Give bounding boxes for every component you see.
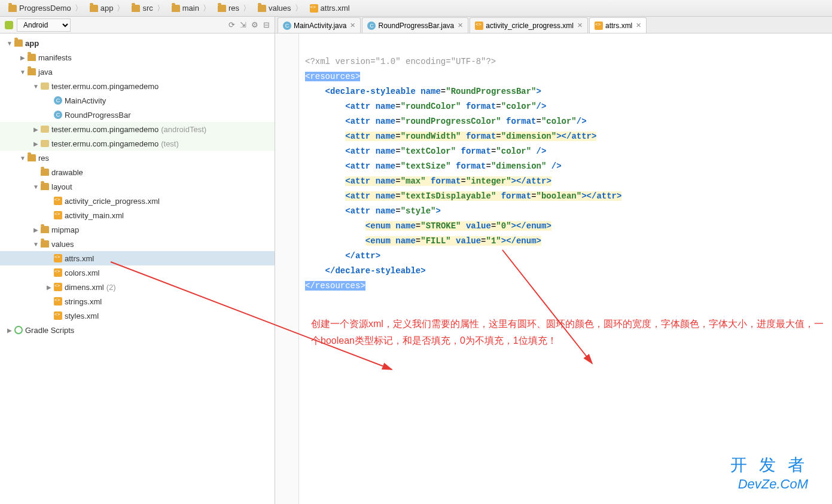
tree-label: dimens.xml <box>65 283 104 292</box>
close-icon[interactable]: ✕ <box>577 22 583 29</box>
tree-item[interactable]: ▼tester.ermu.com.pingamedemo <box>0 79 275 93</box>
close-icon[interactable]: ✕ <box>458 22 463 29</box>
tree-label: tester.ermu.com.pingamedemo <box>51 139 159 148</box>
folder-icon <box>28 68 36 75</box>
tree-label: java <box>38 68 53 77</box>
tree-item[interactable]: activity_cricle_progress.xml <box>0 194 275 208</box>
breadcrumb-label: values <box>269 4 291 13</box>
sync-icon[interactable]: ⟳ <box>228 20 235 29</box>
expander-icon[interactable]: ▼ <box>31 241 41 248</box>
editor-tab[interactable]: CMainActivity.java✕ <box>278 17 361 33</box>
resources-close: </resources> <box>305 281 365 291</box>
folder-icon <box>258 5 266 12</box>
folder-icon <box>90 5 98 12</box>
editor-tab[interactable]: CRoundProgressBar.java✕ <box>362 17 468 33</box>
expander-icon[interactable]: ▶ <box>31 140 41 147</box>
collapse-icon[interactable]: ⇲ <box>240 20 246 29</box>
folder-icon <box>28 54 36 61</box>
breadcrumb-item[interactable]: res <box>214 3 254 14</box>
folder-icon <box>14 39 23 47</box>
expander-icon[interactable]: ▶ <box>31 126 41 133</box>
tree-item[interactable]: CMainActivity <box>0 93 275 108</box>
expander-icon[interactable]: ▶ <box>44 284 54 291</box>
editor-tab[interactable]: activity_cricle_progress.xml✕ <box>470 17 588 33</box>
close-icon[interactable]: ✕ <box>636 22 641 29</box>
tree-item[interactable]: ▼values <box>0 237 275 251</box>
tab-label: RoundProgressBar.java <box>378 22 454 30</box>
tree-label: activity_main.xml <box>65 211 124 220</box>
expander-icon[interactable]: ▶ <box>31 227 41 233</box>
xml-icon <box>54 311 62 320</box>
gutter <box>275 33 299 504</box>
folder-icon <box>28 154 36 161</box>
xml-icon <box>54 283 62 291</box>
java-icon: C <box>54 111 62 119</box>
tree-label: attrs.xml <box>65 254 94 263</box>
expander-icon[interactable]: ▼ <box>5 40 14 47</box>
breadcrumb-item[interactable]: src <box>128 3 167 14</box>
tree-item[interactable]: CRoundProgressBar <box>0 108 275 122</box>
tree-suffix: (2) <box>106 283 116 292</box>
tree-label: values <box>51 240 74 249</box>
folder-icon <box>172 5 180 12</box>
tree-item[interactable]: activity_main.xml <box>0 208 275 222</box>
breadcrumb-item[interactable]: attrs.xml <box>306 4 357 13</box>
gradle-icon <box>14 326 23 334</box>
tree-item[interactable]: ▶mipmap <box>0 222 275 237</box>
tree-item[interactable]: ▶tester.ermu.com.pingamedemo(androidTest… <box>0 122 275 136</box>
breadcrumb-item[interactable]: app <box>86 3 129 14</box>
watermark-cn: 开 发 者 <box>730 454 808 476</box>
android-icon <box>5 21 13 29</box>
tree-item[interactable]: styles.xml <box>0 308 275 323</box>
xml-icon <box>54 268 62 277</box>
tree-label: RoundProgressBar <box>65 111 131 120</box>
settings-icon[interactable]: ⚙ <box>251 20 258 29</box>
tab-label: MainActivity.java <box>294 22 346 30</box>
tree-label: tester.ermu.com.pingamedemo <box>51 82 159 91</box>
expander-icon[interactable]: ▼ <box>18 69 28 75</box>
breadcrumb-label: res <box>228 4 239 13</box>
tree-item[interactable]: ▶manifests <box>0 50 275 65</box>
tree-item[interactable]: drawable <box>0 165 275 179</box>
expander-icon[interactable]: ▶ <box>5 327 14 334</box>
pkg-icon <box>41 83 49 90</box>
project-tree[interactable]: ▼app▶manifests▼java▼tester.ermu.com.ping… <box>0 33 275 504</box>
tab-label: attrs.xml <box>605 22 632 30</box>
tree-item[interactable]: strings.xml <box>0 294 275 308</box>
xml-icon <box>54 297 62 306</box>
watermark: 开 发 者 DevZe.CoM <box>730 454 808 492</box>
editor-area: CMainActivity.java✕CRoundProgressBar.jav… <box>275 17 832 504</box>
breadcrumb-item[interactable]: main <box>168 3 214 14</box>
tree-item[interactable]: ▶tester.ermu.com.pingamedemo(test) <box>0 136 275 151</box>
expander-icon[interactable]: ▼ <box>31 184 41 190</box>
breadcrumb-label: attrs.xml <box>321 4 350 13</box>
tree-item[interactable]: attrs.xml <box>0 251 275 265</box>
tree-label: app <box>25 39 39 48</box>
tree-item[interactable]: colors.xml <box>0 265 275 280</box>
project-view-selector[interactable]: Android <box>17 19 71 32</box>
tree-item[interactable]: ▼app <box>0 36 275 50</box>
folder-icon <box>218 5 226 12</box>
tree-label: colors.xml <box>65 268 100 277</box>
breadcrumb-item[interactable]: ProgressDemo <box>5 3 86 14</box>
tree-item[interactable]: ▼layout <box>0 179 275 194</box>
tree-item[interactable]: ▶dimens.xml(2) <box>0 280 275 294</box>
editor-tab[interactable]: attrs.xml✕ <box>589 17 647 33</box>
close-icon[interactable]: ✕ <box>350 22 355 29</box>
tree-item[interactable]: ▼java <box>0 65 275 79</box>
expander-icon[interactable]: ▶ <box>18 54 28 61</box>
breadcrumb-bar: ProgressDemoappsrcmainresvaluesattrs.xml <box>0 0 832 17</box>
tree-label: mipmap <box>51 225 79 234</box>
tree-suffix: (androidTest) <box>161 125 206 134</box>
xml-icon <box>54 211 62 219</box>
expander-icon[interactable]: ▼ <box>31 83 41 90</box>
folder-icon <box>8 5 17 12</box>
code-editor[interactable]: <?xml version="1.0" encoding="UTF-8"?> <… <box>275 33 832 504</box>
breadcrumb-label: ProgressDemo <box>19 4 71 13</box>
expander-icon[interactable]: ▼ <box>18 155 28 161</box>
tree-item[interactable]: ▶Gradle Scripts <box>0 323 275 337</box>
tree-label: strings.xml <box>65 297 102 306</box>
breadcrumb-item[interactable]: values <box>254 3 306 14</box>
tree-item[interactable]: ▼res <box>0 151 275 165</box>
hide-icon[interactable]: ⊟ <box>263 20 270 29</box>
